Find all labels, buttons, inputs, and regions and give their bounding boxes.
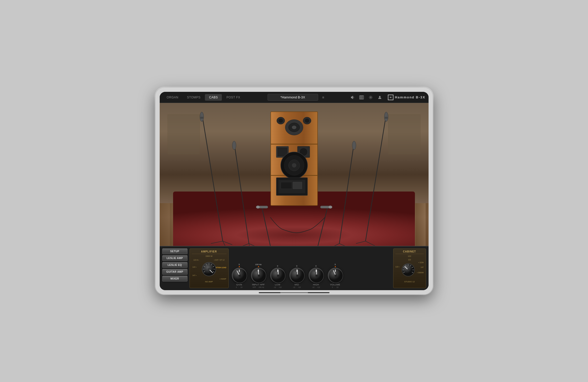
tab-post-fx[interactable]: POST FX xyxy=(222,94,244,101)
tab-cabs[interactable]: CABS xyxy=(205,94,222,101)
low-scale: -12 · +12 xyxy=(274,286,282,288)
mid-label: MID xyxy=(295,283,299,286)
low-knob-group: 0 LOW -12 · +12 xyxy=(270,265,285,288)
gain-indicator xyxy=(239,266,240,267)
svg-point-68 xyxy=(258,274,260,277)
svg-line-51 xyxy=(339,146,354,244)
cabinet-panel-title: CABINET xyxy=(395,250,424,254)
high-label: HIGH xyxy=(313,283,319,286)
amp-label-147: 147 • xyxy=(192,274,196,276)
tab-organ[interactable]: ORGAN xyxy=(163,94,183,101)
main-visual xyxy=(160,103,429,246)
low-value: 0 xyxy=(277,265,278,267)
svg-line-53 xyxy=(339,244,349,246)
volume-knob-group: 5 VOLUME 0 · 10 xyxy=(328,263,343,288)
svg-point-80 xyxy=(335,274,337,277)
gain-label: GAIN xyxy=(236,283,242,286)
volume-value: 5 xyxy=(335,263,336,266)
svg-rect-35 xyxy=(200,117,203,119)
svg-point-62 xyxy=(208,268,210,270)
tablet-screen: ORGAN STOMPS CABS POST FX *Hammond B-3X … xyxy=(160,92,429,290)
bottom-controls: SETUP LESLIE AMP LESLIE EQ GUITAR AMP MI… xyxy=(160,246,429,290)
amplifier-panel-title: AMPLIFIER xyxy=(192,250,226,254)
amp-label-g37: • G37 / ST 12 xyxy=(214,259,225,261)
eq-controls-section: 5 xyxy=(231,248,391,288)
input-hpf-value: 100 Hz xyxy=(255,263,262,266)
gain-scale: 0 · 10 xyxy=(236,286,243,288)
cabinet-knob-area: 122 122 • • 122A 147 • 3300W xyxy=(395,258,424,280)
amp-label-hiamp: • HIAMP xyxy=(220,278,226,280)
preset-name[interactable]: *Hammond B-3X xyxy=(268,94,318,101)
hammond-logo: H Hammond B-3X xyxy=(388,95,426,100)
input-hpf-knob-group: 100 Hz INPUT HPF OFF · 200 Hz xyxy=(251,263,266,288)
svg-line-37 xyxy=(237,244,249,246)
nav-icons: H Hammond B-3X xyxy=(349,94,426,100)
user-icon[interactable] xyxy=(377,94,383,100)
mixer-button[interactable]: MIXER xyxy=(162,276,187,282)
input-hpf-label: INPUT HPF xyxy=(252,283,265,286)
svg-line-31 xyxy=(211,241,223,243)
tab-stomps[interactable]: STOMPS xyxy=(183,94,204,101)
leslie-eq-button[interactable]: LESLIE EQ xyxy=(162,262,187,268)
svg-point-6 xyxy=(379,96,381,97)
volume-indicator xyxy=(335,266,336,267)
mid-knob-group: 0 MID -12 · +12 xyxy=(289,265,304,288)
mid-value: 0 xyxy=(296,265,297,267)
svg-line-57 xyxy=(365,241,375,246)
cab-label-right-2: 147 xyxy=(421,266,424,268)
cabinet-dial[interactable] xyxy=(401,263,415,277)
gain-knob-group: 5 xyxy=(232,263,247,288)
hpf-scale: OFF · 200 Hz xyxy=(252,286,264,288)
high-value: 0 xyxy=(315,265,316,267)
svg-line-55 xyxy=(365,117,386,241)
mid-knob[interactable] xyxy=(289,268,304,283)
setup-button[interactable]: SETUP xyxy=(162,248,187,254)
amp-dial[interactable] xyxy=(201,262,217,277)
tablet-frame: ORGAN STOMPS CABS POST FX *Hammond B-3X … xyxy=(155,87,433,295)
cab-label-top: 122 xyxy=(408,259,411,261)
svg-line-41 xyxy=(262,208,270,246)
piano-keys-icon[interactable] xyxy=(359,94,365,100)
svg-point-40 xyxy=(232,141,236,150)
svg-point-50 xyxy=(328,206,332,208)
low-knob[interactable] xyxy=(270,268,285,283)
svg-line-56 xyxy=(356,241,365,243)
sidebar-buttons: SETUP LESLIE AMP LESLIE EQ GUITAR AMP MI… xyxy=(162,248,187,288)
leslie-amp-button[interactable]: LESLIE AMP xyxy=(162,255,187,261)
volume-knob[interactable] xyxy=(328,268,343,283)
cab-label-right-1: • 122A xyxy=(418,262,424,263)
svg-point-54 xyxy=(352,141,356,150)
svg-line-38 xyxy=(249,244,258,246)
svg-rect-59 xyxy=(385,117,387,119)
svg-line-52 xyxy=(330,244,339,246)
speaker-icon[interactable] xyxy=(349,94,356,100)
volume-label: VOLUME xyxy=(330,283,340,286)
amp-label-122: 122 • xyxy=(192,266,196,268)
svg-point-83 xyxy=(407,269,409,271)
hpf-indicator xyxy=(258,266,259,267)
hammond-logo-box: H xyxy=(388,95,393,100)
preset-display: *Hammond B-3X ≡ xyxy=(244,94,349,101)
cab-label-right-3: • 3300W xyxy=(417,272,424,273)
svg-point-71 xyxy=(277,274,279,277)
guitar-amp-button[interactable]: GUITAR AMP xyxy=(162,269,187,275)
hamburger-menu-icon[interactable]: ≡ xyxy=(320,94,326,100)
svg-point-65 xyxy=(239,274,241,277)
amplifier-panel: AMPLIFIER 3300 W 122 A • • G37 / ST 12 1… xyxy=(190,248,229,288)
high-scale: -12 · +12 xyxy=(312,286,320,288)
cab-label-left: 122 • xyxy=(395,266,399,268)
gain-value: 5 xyxy=(239,263,240,266)
high-knob[interactable] xyxy=(309,268,324,283)
svg-point-77 xyxy=(315,274,318,277)
svg-line-30 xyxy=(202,117,223,241)
svg-line-46 xyxy=(318,208,327,246)
amp-knob-area: 122 A • • G37 / ST 12 122 • BRITISH LEAD… xyxy=(192,258,226,280)
gain-knob[interactable] xyxy=(232,268,247,283)
svg-point-45 xyxy=(256,206,260,208)
input-hpf-knob[interactable] xyxy=(251,268,266,283)
svg-line-36 xyxy=(234,146,249,244)
low-label: LOW xyxy=(275,283,280,286)
mid-scale: -12 · +12 xyxy=(293,286,301,288)
settings-icon[interactable] xyxy=(368,94,374,100)
volume-scale: 0 · 10 xyxy=(332,286,339,288)
